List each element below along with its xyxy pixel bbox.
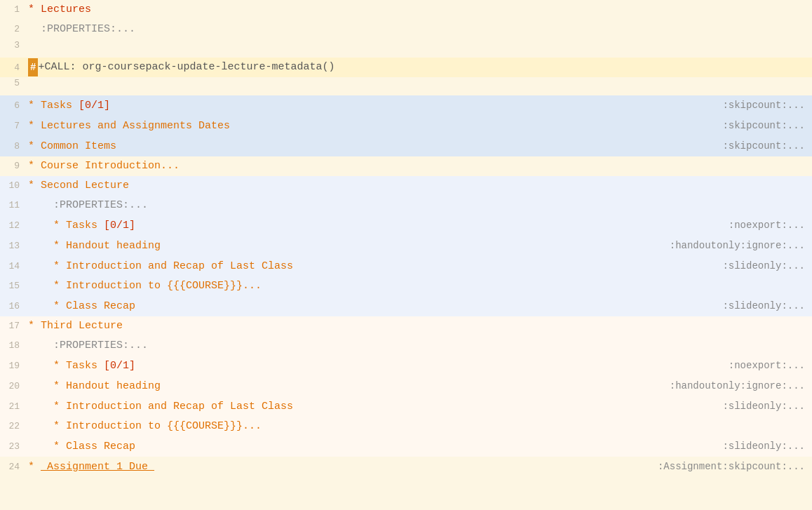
line-tags-24: * _Assignment 1 Due_ :Assignment:skipcou… (28, 457, 812, 476)
line-tags-14: * Introduction and Recap of Last Class :… (28, 257, 812, 276)
line-6: 6 * Tasks [0/1] :skipcount:... (0, 95, 812, 116)
line-3: 3 (0, 39, 812, 58)
line-4: 4 #+CALL: org-coursepack-update-lecture-… (0, 58, 812, 77)
line-text-7: * Lectures and Assignments Dates (28, 117, 722, 135)
line-num-17: 17 (0, 321, 25, 331)
line-17: 17 * Third Lecture (0, 316, 812, 336)
tag-12: :noexport:... (729, 216, 805, 234)
line-text-14: * Introduction and Recap of Last Class (28, 257, 722, 276)
line-tags-21: * Introduction and Recap of Last Class :… (28, 397, 812, 416)
line-text-6: * Tasks [0/1] (28, 97, 722, 115)
tag-20: :handoutonly:ignore:... (670, 377, 805, 395)
line-content-19: * Tasks [0/1] :noexport:... (25, 356, 812, 375)
line-tags-6: * Tasks [0/1] :skipcount:... (28, 96, 812, 115)
text-18: :PROPERTIES:... (28, 337, 148, 355)
text-10: * Second Lecture (28, 177, 129, 195)
tag-21: :slideonly:... (722, 397, 805, 415)
line-num-10: 10 (0, 180, 25, 191)
line-content-4: #+CALL: org-coursepack-update-lecture-me… (25, 58, 812, 76)
tag-6: :skipcount:... (722, 96, 805, 114)
text-15: * Introduction to {{{COURSE}}}... (28, 277, 262, 295)
line-15: 15 * Introduction to {{{COURSE}}}... (0, 276, 812, 296)
line-num-1: 1 (0, 4, 25, 15)
line-7: 7 * Lectures and Assignments Dates :skip… (0, 116, 812, 136)
line-content-23: * Class Recap :slideonly:... (25, 437, 812, 456)
line-1: 1 * Lectures (0, 0, 812, 20)
line-16: 16 * Class Recap :slideonly:... (0, 296, 812, 316)
tag-8: :skipcount:... (722, 137, 805, 155)
line-11: 11 :PROPERTIES:... (0, 196, 812, 215)
line-text-23: * Class Recap (28, 438, 722, 456)
line-5: 5 (0, 77, 812, 95)
line-num-14: 14 (0, 261, 25, 271)
line-text-21: * Introduction and Recap of Last Class (28, 398, 722, 416)
tag-14: :slideonly:... (722, 257, 805, 275)
line-content-17: * Third Lecture (25, 317, 812, 335)
line-content-21: * Introduction and Recap of Last Class :… (25, 397, 812, 416)
line-tags-20: * Handout heading :handoutonly:ignore:..… (28, 377, 812, 396)
line-8: 8 * Common Items :skipcount:... (0, 136, 812, 156)
line-num-16: 16 (0, 301, 25, 311)
tag-23: :slideonly:... (722, 437, 805, 455)
line-tags-23: * Class Recap :slideonly:... (28, 437, 812, 456)
line-content-15: * Introduction to {{{COURSE}}}... (25, 277, 812, 295)
line-num-8: 8 (0, 141, 25, 152)
properties-2: :PROPERTIES:... (28, 20, 135, 39)
line-9: 9 * Course Introduction... (0, 156, 812, 176)
line-text-12: * Tasks [0/1] (28, 217, 729, 235)
editor: 1 * Lectures 2 :PROPERTIES:... 3 4 #+CAL… (0, 0, 812, 510)
tag-16: :slideonly:... (722, 297, 805, 315)
line-content-14: * Introduction and Recap of Last Class :… (25, 257, 812, 276)
line-text-8: * Common Items (28, 137, 722, 156)
line-content-16: * Class Recap :slideonly:... (25, 297, 812, 316)
line-tags-8: * Common Items :skipcount:... (28, 137, 812, 156)
line-20: 20 * Handout heading :handoutonly:ignore… (0, 376, 812, 396)
line-23: 23 * Class Recap :slideonly:... (0, 436, 812, 457)
call-hash: # (28, 58, 38, 76)
line-21: 21 * Introduction and Recap of Last Clas… (0, 396, 812, 417)
line-num-18: 18 (0, 340, 25, 351)
line-num-11: 11 (0, 200, 25, 210)
line-num-5: 5 (0, 78, 25, 88)
line-22: 22 * Introduction to {{{COURSE}}}... (0, 417, 812, 436)
text-9: * Course Introduction... (28, 157, 180, 175)
tag-7: :skipcount:... (722, 116, 805, 135)
line-tags-13: * Handout heading :handoutonly:ignore:..… (28, 236, 812, 255)
line-num-21: 21 (0, 401, 25, 412)
line-tags-16: * Class Recap :slideonly:... (28, 297, 812, 316)
line-content-24: * _Assignment 1 Due_ :Assignment:skipcou… (25, 457, 812, 476)
line-num-6: 6 (0, 100, 25, 111)
line-2: 2 :PROPERTIES:... (0, 20, 812, 39)
line-content-8: * Common Items :skipcount:... (25, 137, 812, 156)
line-content-20: * Handout heading :handoutonly:ignore:..… (25, 377, 812, 396)
line-text-19: * Tasks [0/1] (28, 357, 729, 375)
line-content-2: :PROPERTIES:... (25, 20, 812, 39)
text-11: :PROPERTIES:... (28, 196, 148, 215)
line-num-24: 24 (0, 462, 25, 472)
line-13: 13 * Handout heading :handoutonly:ignore… (0, 236, 812, 256)
line-24: 24 * _Assignment 1 Due_ :Assignment:skip… (0, 457, 812, 477)
line-10: 10 * Second Lecture (0, 176, 812, 196)
line-content-22: * Introduction to {{{COURSE}}}... (25, 417, 812, 436)
line-content-6: * Tasks [0/1] :skipcount:... (25, 96, 812, 115)
line-num-20: 20 (0, 381, 25, 391)
line-text-20: * Handout heading (28, 377, 670, 396)
line-num-9: 9 (0, 161, 25, 171)
line-content-10: * Second Lecture (25, 177, 812, 195)
line-num-13: 13 (0, 241, 25, 251)
line-num-19: 19 (0, 361, 25, 371)
line-19: 19 * Tasks [0/1] :noexport:... (0, 356, 812, 376)
text-1: Lectures (41, 1, 91, 19)
line-content-1: * Lectures (25, 1, 812, 19)
line-num-12: 12 (0, 220, 25, 231)
tag-13: :handoutonly:ignore:... (670, 236, 805, 255)
call-text: +CALL: org-coursepack-update-lecture-met… (38, 58, 334, 76)
text-22: * Introduction to {{{COURSE}}}... (28, 417, 262, 436)
line-content-13: * Handout heading :handoutonly:ignore:..… (25, 236, 812, 255)
line-content-9: * Course Introduction... (25, 157, 812, 175)
line-14: 14 * Introduction and Recap of Last Clas… (0, 256, 812, 276)
star-1: * (28, 1, 41, 19)
line-num-2: 2 (0, 24, 25, 34)
line-num-15: 15 (0, 281, 25, 291)
line-content-7: * Lectures and Assignments Dates :skipco… (25, 116, 812, 135)
